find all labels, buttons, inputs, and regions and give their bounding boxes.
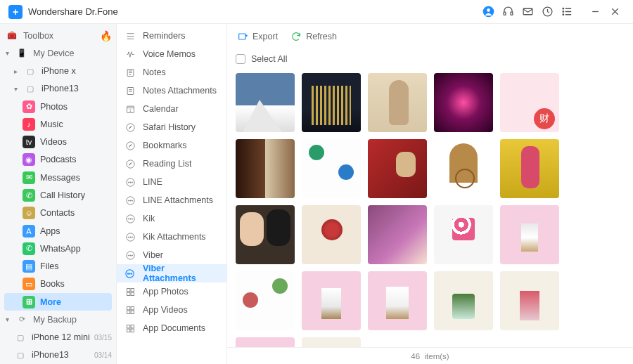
thumbnail[interactable] — [302, 271, 361, 330]
mid-viber[interactable]: Viber — [117, 246, 226, 264]
sidebar-cat-more[interactable]: ⊞More — [4, 293, 112, 311]
thumbnail[interactable] — [302, 205, 361, 264]
sidebar-cat-books[interactable]: ▭Books — [0, 275, 116, 293]
thumbnail[interactable] — [500, 271, 559, 330]
sidebar-label: Photos — [40, 102, 68, 112]
svg-rect-2 — [504, 12, 506, 15]
sidebar-label: iPhone x — [41, 66, 76, 76]
mid-appphotos[interactable]: App Photos — [117, 282, 226, 301]
mid-label: Viber Attachments — [143, 264, 219, 283]
account-icon[interactable] — [478, 2, 498, 22]
thumbnail[interactable] — [302, 73, 361, 132]
sidebar-cat-whatsapp[interactable]: ✆WhatsApp — [0, 240, 116, 257]
mid-voicememos[interactable]: Voice Memos — [117, 45, 226, 63]
chat-icon — [124, 177, 136, 188]
thumbnail[interactable] — [236, 205, 295, 264]
thumbnail[interactable] — [500, 139, 559, 198]
headset-icon[interactable] — [498, 2, 518, 22]
mid-readinglist[interactable]: Reading List — [117, 155, 226, 173]
mid-reminders[interactable]: Reminders — [117, 27, 226, 45]
sidebar-device-iphonex[interactable]: ▸ ▢ iPhone x — [0, 63, 116, 80]
minimize-button[interactable] — [585, 2, 605, 22]
app-title: Wondershare Dr.Fone — [28, 6, 118, 17]
thumbnail[interactable] — [500, 73, 559, 132]
svg-rect-46 — [127, 311, 129, 313]
mid-calendar[interactable]: 1Calendar — [117, 100, 226, 118]
podcasts-icon: ◉ — [23, 153, 35, 166]
main-panel: Export Refresh Select All — [227, 24, 633, 364]
sidebar-my-backup[interactable]: ▾ ⟳ My Backup — [0, 311, 116, 328]
sidebar-cat-files[interactable]: ▤Files — [0, 257, 116, 275]
mid-safari[interactable]: Safari History — [117, 118, 226, 136]
mid-kikatt[interactable]: Kik Attachments — [117, 228, 226, 246]
mid-line[interactable]: LINE — [117, 173, 226, 191]
hot-icon: 🔥 — [100, 30, 112, 41]
svg-point-18 — [129, 181, 130, 182]
compass-icon — [124, 159, 136, 169]
select-all-row[interactable]: Select All — [227, 49, 633, 69]
sidebar-cat-contacts[interactable]: ☺Contacts — [0, 204, 116, 222]
sidebar-cat-music[interactable]: ♪Music — [0, 115, 116, 133]
thumbnail[interactable] — [368, 139, 427, 198]
sidebar-label: Videos — [40, 137, 67, 147]
close-button[interactable] — [605, 2, 625, 22]
mid-lineatt[interactable]: LINE Attachments — [117, 191, 226, 209]
svg-point-38 — [129, 273, 130, 273]
sidebar-cat-podcasts[interactable]: ◉Podcasts — [0, 151, 116, 169]
sidebar-cat-messages[interactable]: ✉Messages — [0, 169, 116, 186]
svg-point-27 — [132, 218, 132, 219]
sidebar-label: More — [40, 297, 61, 307]
thumbnail[interactable] — [302, 139, 361, 198]
apps-icon: A — [23, 225, 35, 238]
mid-bookmarks[interactable]: Bookmarks — [117, 136, 226, 155]
refresh-icon — [290, 31, 302, 42]
thumbnail[interactable] — [368, 205, 427, 264]
sidebar-cat-photos[interactable]: ✿Photos — [0, 98, 116, 115]
thumbnail[interactable] — [236, 139, 295, 198]
list-icon[interactable] — [557, 2, 577, 22]
sidebar-label: Apps — [40, 226, 60, 236]
sidebar-my-device[interactable]: ▾ 📱 My Device — [0, 44, 116, 62]
export-button[interactable]: Export — [237, 31, 278, 42]
refresh-button[interactable]: Refresh — [290, 31, 337, 42]
sidebar-cat-callhistory[interactable]: ✆Call History — [0, 186, 116, 204]
toolbar-label: Refresh — [306, 32, 337, 41]
thumbnail[interactable] — [236, 337, 295, 347]
svg-rect-41 — [131, 288, 134, 291]
mid-viberatt[interactable]: Viber Attachments — [117, 264, 226, 282]
mid-appvideos[interactable]: App Videos — [117, 301, 226, 319]
sidebar-device-iphone13[interactable]: ▾ ▢ iPhone13 — [0, 80, 116, 98]
sidebar-backup-1[interactable]: ▢ iPhone13 03/14 — [0, 346, 116, 364]
sidebar-backup-0[interactable]: ▢ iPhone 12 mini 03/15 — [0, 329, 116, 346]
thumbnail[interactable] — [434, 271, 493, 330]
thumbnail[interactable] — [368, 271, 427, 330]
thumbnail[interactable] — [302, 337, 361, 347]
mid-label: Kik Attachments — [143, 232, 206, 242]
phone-icon: ▢ — [14, 349, 27, 361]
svg-point-34 — [129, 254, 130, 255]
history-icon[interactable] — [537, 2, 557, 22]
music-icon: ♪ — [23, 118, 35, 131]
sidebar-toolbox[interactable]: 🧰 Toolbox 🔥 — [0, 27, 116, 44]
sidebar-cat-apps[interactable]: AApps — [0, 222, 116, 240]
thumbnail[interactable] — [236, 73, 295, 132]
thumbnail[interactable] — [434, 73, 493, 132]
mid-notesatt[interactable]: Notes Attachments — [117, 82, 226, 100]
thumbnail[interactable] — [236, 271, 295, 330]
thumbnail[interactable] — [434, 139, 493, 198]
svg-rect-44 — [127, 306, 129, 309]
mid-appdocs[interactable]: App Documents — [117, 319, 226, 337]
mid-kik[interactable]: Kik — [117, 209, 226, 228]
thumbnail[interactable] — [368, 73, 427, 132]
thumbnail[interactable] — [434, 205, 493, 264]
sidebar-label: Books — [40, 279, 65, 289]
mid-notes[interactable]: Notes — [117, 63, 226, 82]
calendar-icon: 1 — [124, 104, 136, 115]
mid-label: Bookmarks — [143, 141, 187, 150]
mail-icon[interactable] — [518, 2, 537, 22]
sidebar-cat-videos[interactable]: tvVideos — [0, 134, 116, 151]
thumbnail[interactable] — [500, 205, 559, 264]
grid-icon — [124, 287, 136, 297]
mid-label: App Photos — [143, 287, 188, 297]
select-all-checkbox[interactable] — [236, 54, 245, 64]
